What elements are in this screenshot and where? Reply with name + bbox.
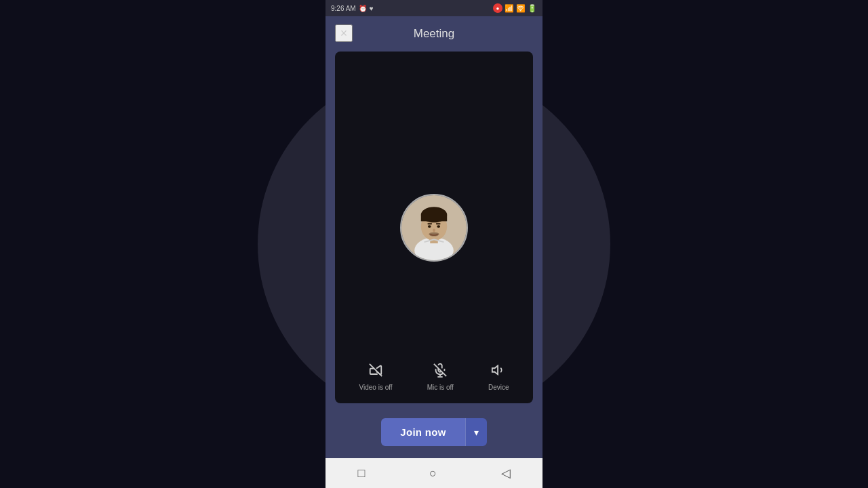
join-chevron-button[interactable]: ▾ [465, 418, 487, 446]
wifi-icon: 🛜 [516, 4, 526, 13]
status-bar: 9:26 AM ⏰ ♥ ● 📶 🛜 🔋 [326, 0, 542, 16]
status-right: ● 📶 🛜 🔋 [493, 3, 537, 13]
video-label: Video is off [359, 384, 393, 391]
svg-rect-5 [421, 214, 447, 221]
svg-point-7 [437, 225, 440, 228]
navigation-bar: □ ○ ◁ [326, 458, 542, 488]
screen-background: 9:26 AM ⏰ ♥ ● 📶 🛜 🔋 × Meeting [0, 0, 868, 488]
svg-point-10 [433, 228, 435, 232]
controls-row: Video is off [335, 357, 533, 396]
heart-icon: ♥ [370, 5, 374, 12]
nav-square-icon[interactable]: □ [357, 466, 365, 481]
svg-point-11 [429, 232, 439, 236]
status-left: 9:26 AM ⏰ ♥ [331, 5, 374, 12]
meeting-dialog: × Meeting [326, 16, 542, 458]
speaker-icon [491, 363, 506, 381]
device-label: Device [488, 384, 509, 391]
mic-off-icon [433, 363, 448, 381]
nav-back-icon[interactable]: ◁ [501, 466, 511, 481]
battery-icon: 🔋 [528, 4, 537, 13]
alarm-icon: ⏰ [359, 5, 367, 12]
signal-icon: 📶 [505, 4, 514, 13]
video-off-icon [368, 363, 383, 381]
svg-rect-8 [427, 223, 432, 224]
nav-home-icon[interactable]: ○ [429, 466, 437, 481]
avatar-image [401, 194, 467, 262]
join-area: Join now ▾ [326, 409, 542, 458]
video-control[interactable]: Video is off [359, 363, 393, 391]
join-button-group: Join now ▾ [381, 418, 486, 446]
join-now-button[interactable]: Join now [381, 418, 465, 446]
dialog-header: × Meeting [326, 16, 542, 46]
phone-frame: 9:26 AM ⏰ ♥ ● 📶 🛜 🔋 × Meeting [326, 0, 542, 488]
dialog-title: Meeting [414, 27, 454, 41]
svg-marker-14 [492, 366, 498, 375]
status-time: 9:26 AM [331, 5, 356, 12]
video-preview: Video is off [335, 52, 533, 403]
svg-point-6 [428, 225, 431, 228]
record-icon: ● [493, 3, 502, 13]
mic-control[interactable]: Mic is off [427, 363, 454, 391]
svg-rect-9 [436, 223, 441, 224]
avatar [400, 194, 468, 262]
device-control[interactable]: Device [488, 363, 509, 391]
close-button[interactable]: × [335, 24, 353, 42]
mic-label: Mic is off [427, 384, 454, 391]
